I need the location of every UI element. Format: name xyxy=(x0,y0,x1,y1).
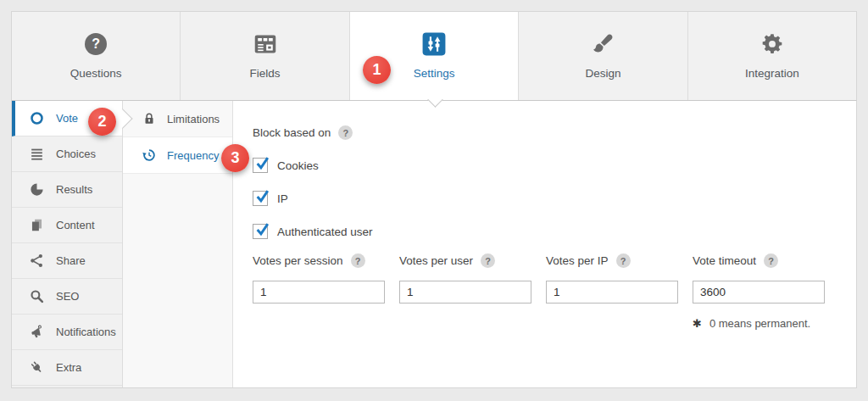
field-label: Votes per IP xyxy=(546,254,609,267)
sidebar-item-choices[interactable]: Choices xyxy=(12,136,122,172)
megaphone-icon xyxy=(28,324,45,340)
block-based-on-label: Block based on xyxy=(253,126,331,139)
checkbox-label: Authenticated user xyxy=(277,226,373,238)
submenu-item-limitations[interactable]: Limitations xyxy=(123,101,232,137)
question-circle-icon: ? xyxy=(84,32,108,56)
tab-fields[interactable]: Fields xyxy=(181,12,349,100)
tab-label: Design xyxy=(585,67,620,80)
tab-design[interactable]: Design xyxy=(519,12,687,100)
help-icon[interactable]: ? xyxy=(481,253,495,268)
sidebar-item-content[interactable]: Content xyxy=(12,208,122,243)
sidebar-item-extra[interactable]: Extra xyxy=(12,350,122,386)
frequency-settings-panel: Block based on ? Cookies IP Authenticate… xyxy=(233,101,856,387)
sidebar-item-seo[interactable]: SEO xyxy=(12,279,122,315)
votes-per-session-input[interactable] xyxy=(253,281,385,304)
step-badge-2: 2 xyxy=(88,108,116,136)
paintbrush-icon xyxy=(591,32,615,56)
checkbox-label: IP xyxy=(277,192,288,205)
sidebar-item-label: Notifications xyxy=(56,326,116,338)
tab-questions[interactable]: ? Questions xyxy=(12,12,181,100)
list-lines-icon xyxy=(28,146,45,162)
note-text: 0 means permanent. xyxy=(709,317,810,330)
step-badge-3: 3 xyxy=(221,144,249,172)
authenticated-user-row: Authenticated user xyxy=(253,224,839,239)
tab-integration[interactable]: Integration xyxy=(688,12,856,100)
votes-per-user-field: Votes per user? xyxy=(399,253,531,304)
poll-editor-widget: ? Questions Fields Settings Design xyxy=(11,11,857,388)
circle-outline-icon xyxy=(28,110,45,126)
step-badge-1: 1 xyxy=(363,56,391,84)
cookies-row: Cookies xyxy=(253,158,839,173)
sidebar-item-label: Results xyxy=(56,183,92,196)
vote-limit-fields: Votes per session? Votes per user? Votes… xyxy=(253,253,839,304)
form-fields-icon xyxy=(253,32,277,56)
history-clock-icon xyxy=(142,148,157,163)
block-based-on-row: Block based on ? xyxy=(253,125,839,140)
votes-per-ip-field: Votes per IP? xyxy=(546,253,678,304)
share-nodes-icon xyxy=(28,253,45,269)
pie-chart-icon xyxy=(28,181,45,198)
help-icon[interactable]: ? xyxy=(338,125,353,140)
plug-icon xyxy=(28,359,45,376)
top-tab-bar: ? Questions Fields Settings Design xyxy=(11,11,857,100)
sidebar-item-label: Extra xyxy=(56,361,81,374)
help-icon[interactable]: ? xyxy=(764,253,778,268)
sidebar-item-label: Vote xyxy=(56,112,78,125)
sliders-icon xyxy=(422,32,446,56)
votes-per-ip-input[interactable] xyxy=(546,281,678,304)
lock-icon xyxy=(142,111,157,126)
submenu-item-label: Frequency xyxy=(167,149,219,162)
settings-body: Vote Choices Results Content Share xyxy=(11,100,857,388)
submenu-item-label: Limitations xyxy=(167,113,220,125)
sidebar-item-notifications[interactable]: Notifications xyxy=(12,315,122,350)
vote-timeout-field: Vote timeout? xyxy=(693,253,825,304)
submenu-item-frequency[interactable]: Frequency xyxy=(123,137,232,174)
sidebar-item-label: Share xyxy=(56,254,86,267)
tab-label: Settings xyxy=(414,67,455,80)
ip-row: IP xyxy=(253,191,839,206)
field-label: Votes per session xyxy=(253,254,343,267)
pages-icon xyxy=(28,217,45,233)
ip-checkbox[interactable] xyxy=(253,191,268,206)
tab-label: Fields xyxy=(250,67,281,80)
help-icon[interactable]: ? xyxy=(351,253,365,268)
votes-per-session-field: Votes per session? xyxy=(253,253,385,304)
vote-submenu: Limitations Frequency xyxy=(123,101,233,387)
sidebar-item-label: Content xyxy=(56,219,95,231)
checkbox-label: Cookies xyxy=(277,159,319,172)
help-icon[interactable]: ? xyxy=(616,253,631,268)
settings-sidebar: Vote Choices Results Content Share xyxy=(12,101,123,387)
tab-label: Integration xyxy=(745,67,799,80)
asterisk-icon: ✱ xyxy=(693,317,702,330)
sidebar-item-label: Choices xyxy=(56,148,96,160)
field-label: Vote timeout xyxy=(693,254,756,267)
timeout-note: ✱ 0 means permanent. xyxy=(693,317,839,330)
sidebar-item-share[interactable]: Share xyxy=(12,243,122,279)
vote-timeout-input[interactable] xyxy=(693,281,825,304)
sidebar-item-results[interactable]: Results xyxy=(12,172,122,208)
poll-settings-page: ? Questions Fields Settings Design xyxy=(0,0,868,401)
tab-label: Questions xyxy=(70,67,122,80)
magnifier-icon xyxy=(28,288,45,304)
sidebar-item-label: SEO xyxy=(56,290,79,303)
field-label: Votes per user xyxy=(399,254,473,267)
votes-per-user-input[interactable] xyxy=(399,281,531,304)
authenticated-user-checkbox[interactable] xyxy=(253,224,268,239)
cookies-checkbox[interactable] xyxy=(253,158,268,173)
gear-icon xyxy=(760,32,784,56)
